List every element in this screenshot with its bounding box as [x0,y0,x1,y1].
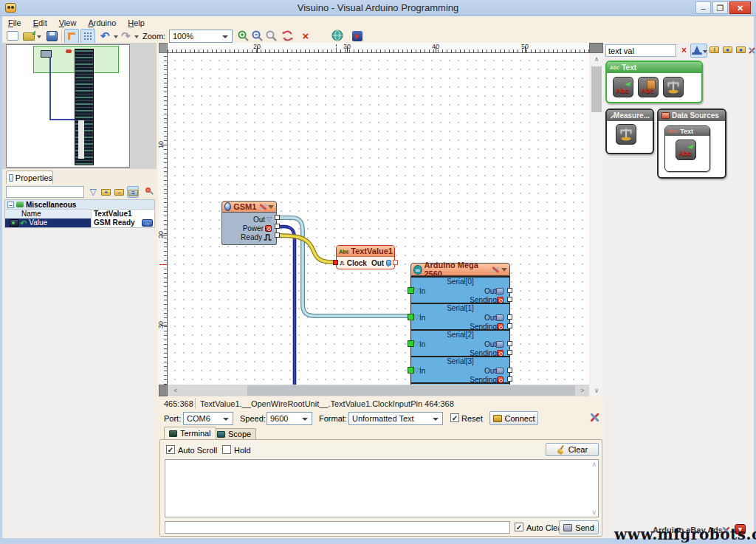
serial3-sending-connector[interactable] [507,376,512,382]
wrench-icon[interactable] [491,265,498,274]
serial0-sending-connector[interactable] [507,297,512,302]
save-project-button[interactable] [45,30,58,43]
component-text-value[interactable]: Abc [676,140,696,160]
clear-button[interactable]: Clear [546,443,599,456]
component-text-length[interactable] [663,77,684,97]
expand-all-button[interactable]: + [100,186,112,198]
web-components-button[interactable]: ● [722,44,735,57]
undo-button[interactable]: ↶ [100,30,120,43]
tab-properties[interactable]: Properties [6,171,53,184]
canvas-vertical-scrollbar[interactable]: ∧ ∨ [590,53,603,396]
menu-file[interactable]: File [2,17,27,29]
refresh-button[interactable] [281,30,295,43]
serial1-out-connector[interactable] [507,314,512,320]
maximize-button[interactable]: ❐ [712,1,728,14]
scroll-up-arrow[interactable]: ∧ [590,53,603,65]
menu-arduino[interactable]: Arduino [82,17,122,29]
close-button[interactable]: ✕ [729,1,751,14]
gsm-ready-connector[interactable] [275,233,280,238]
wire-style-toggle[interactable] [64,29,79,44]
gsm1-header[interactable]: GSM1 [221,201,277,213]
tab-terminal[interactable]: Terminal [164,427,216,439]
property-row-value[interactable]: ↶ Value GSM Ready ... [5,218,154,227]
web-help-button[interactable] [331,30,345,43]
horizontal-scroll-thumb[interactable] [247,385,575,396]
zoom-reset-button[interactable] [265,30,278,43]
scroll-left-arrow[interactable]: < [169,385,182,396]
suggest-button[interactable]: ! [709,44,721,57]
arrange-toggle-button[interactable]: ≡ [127,186,139,198]
gsm-power-connector[interactable] [275,224,280,229]
property-value-value[interactable]: GSM Ready [94,218,135,227]
scroll-right-arrow[interactable]: > [576,385,589,396]
delete-button[interactable]: × [299,30,312,43]
component-arduino-mega[interactable]: ∞ Arduino Mega 2560 Serial[0] ▽ In Out S… [410,263,510,385]
component-gsm1[interactable]: GSM1 Out ▽ Power Ready [221,201,277,245]
chevron-down-icon[interactable] [501,268,507,272]
value-editor-button[interactable]: ... [142,219,153,227]
menu-edit[interactable]: Edit [27,17,53,29]
zoom-combobox[interactable]: 100% [169,30,233,43]
new-project-button[interactable] [6,30,19,43]
properties-filter-input[interactable] [6,186,84,198]
wizard-dropdown-caret[interactable] [703,50,707,53]
redo-dropdown-caret[interactable] [134,35,139,38]
arduino-header[interactable]: ∞ Arduino Mega 2560 [410,263,510,276]
canvas-horizontal-scrollbar[interactable]: < > [168,385,589,396]
serial2-sending-connector[interactable] [507,350,512,355]
scroll-up-arrow[interactable]: ∧ [591,461,597,468]
port-combobox[interactable]: COM6 [183,412,233,425]
chevron-down-icon[interactable] [268,205,274,209]
scroll-down-arrow[interactable]: ∨ [591,509,597,516]
speed-combobox[interactable]: 9600 [267,412,312,425]
pin-button[interactable] [143,186,155,198]
category-text[interactable]: Abc Text Abc Abc [605,61,703,103]
zoom-out-button[interactable] [251,30,264,43]
category-data-sources[interactable]: Data Sources Abc Text Abc [657,109,726,179]
build-upload-button[interactable] [351,30,364,43]
scroll-down-arrow[interactable]: ∨ [590,385,603,396]
gsm-out-connector[interactable] [275,215,280,220]
open-project-button[interactable] [23,30,42,43]
design-canvas[interactable]: GSM1 Out ▽ Power Ready [168,53,589,385]
serial2-in-connector[interactable] [408,340,414,347]
serial3-out-connector[interactable] [507,368,512,373]
toolbox-tools-button[interactable] [746,44,754,57]
clear-search-button[interactable]: × [678,44,690,57]
serial1-in-connector[interactable] [408,314,414,320]
serial0-in-connector[interactable] [408,287,414,294]
hold-checkbox[interactable] [222,445,231,454]
connect-button[interactable]: Connect [489,411,538,425]
serial2-out-connector[interactable] [507,341,512,346]
auto-clear-checkbox[interactable] [515,523,523,531]
reset-checkbox[interactable] [450,413,459,422]
serial0-out-connector[interactable] [507,288,512,293]
component-formatted-text[interactable]: Abc [638,77,659,97]
textvalue-clock-connector[interactable] [333,260,338,265]
open-dropdown-caret[interactable] [37,35,41,38]
menu-help[interactable]: Help [122,17,151,29]
filter-funnel-button[interactable]: ▽ [87,186,99,198]
category-measure[interactable]: Measure... [605,109,654,154]
diagram-overview-minimap[interactable] [2,43,157,169]
property-row-name[interactable]: Name TextValue1 [5,210,154,218]
terminal-output-area[interactable]: ∧ ∨ [165,459,599,517]
zoom-in-button[interactable] [237,30,250,43]
component-search-input[interactable] [605,44,676,57]
component-text-value[interactable]: Abc [613,77,633,97]
minimize-button[interactable]: – [695,1,711,14]
filter-wizard-button[interactable] [690,44,707,58]
textvalue1-header[interactable]: Abc TextValue1 [337,246,394,257]
serial1-sending-connector[interactable] [507,323,512,328]
send-button[interactable]: Send [559,520,599,534]
wire-gsm-power[interactable] [278,227,295,385]
serial-tools-icon[interactable] [589,412,600,423]
textvalue-out-connector[interactable] [393,260,398,265]
redo-button[interactable]: ↷ [121,30,140,43]
grid-toggle[interactable] [80,29,95,44]
property-category-row[interactable]: – Miscellaneous [5,200,154,210]
send-message-input[interactable] [165,521,510,534]
component-textvalue1[interactable]: Abc TextValue1 Clock Out [336,245,395,269]
wrench-icon[interactable] [258,202,265,211]
auto-scroll-checkbox[interactable] [166,445,175,454]
